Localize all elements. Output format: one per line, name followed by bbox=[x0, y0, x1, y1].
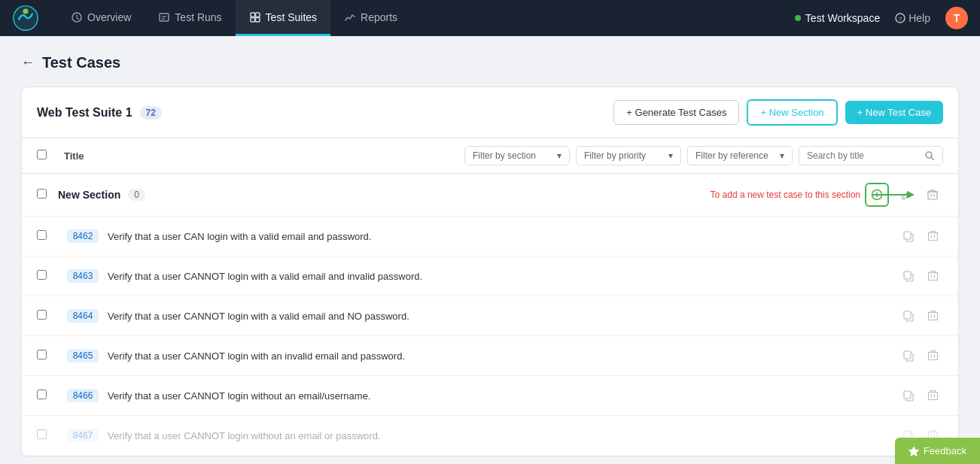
svg-rect-28 bbox=[904, 232, 911, 239]
new-section-button[interactable]: + New Section bbox=[747, 99, 837, 126]
row-actions bbox=[898, 226, 943, 247]
row-checkbox[interactable] bbox=[37, 309, 58, 323]
feedback-button[interactable]: Feedback bbox=[895, 438, 980, 464]
row-check-input[interactable] bbox=[37, 270, 47, 280]
nav-test-suites[interactable]: Test Suites bbox=[236, 0, 330, 36]
nav-items: Overview Test Runs Test Suites Reports bbox=[57, 0, 795, 36]
page-title: Test Cases bbox=[42, 54, 120, 71]
section-checkbox[interactable] bbox=[37, 188, 58, 202]
table-row: 8462 Verify that a user CAN login with a… bbox=[22, 217, 958, 256]
table-row: 8465 Verify that a user CANNOT login wit… bbox=[22, 336, 958, 376]
filter-reference-select[interactable]: Filter by reference ▾ bbox=[687, 146, 793, 165]
svg-text:?: ? bbox=[899, 16, 902, 23]
filter-group: Filter by section ▾ Filter by priority ▾… bbox=[464, 146, 943, 165]
delete-test-case-button[interactable] bbox=[922, 385, 943, 406]
test-id-badge: 8464 bbox=[67, 309, 99, 323]
help-link[interactable]: ? Help bbox=[895, 12, 930, 24]
row-checkbox[interactable] bbox=[37, 269, 58, 283]
main-card: Web Test Suite 1 72 + Generate Test Case… bbox=[21, 86, 959, 456]
suite-title: Web Test Suite 1 72 bbox=[37, 106, 162, 120]
nav-reports[interactable]: Reports bbox=[330, 0, 411, 36]
chevron-down-icon: ▾ bbox=[668, 150, 673, 161]
table-header: Title Filter by section ▾ Filter by prio… bbox=[22, 138, 958, 174]
select-all-input[interactable] bbox=[37, 150, 47, 159]
test-case-title: Verify that a user CANNOT login with a v… bbox=[108, 311, 898, 322]
row-check-input[interactable] bbox=[37, 310, 47, 320]
svg-rect-29 bbox=[928, 233, 937, 241]
test-case-title: Verify that a user CANNOT login without … bbox=[108, 430, 898, 441]
section-check-input[interactable] bbox=[37, 189, 47, 199]
row-actions bbox=[898, 305, 943, 326]
svg-rect-8 bbox=[251, 17, 255, 22]
svg-point-1 bbox=[23, 8, 28, 14]
card-actions: + Generate Test Cases + New Section + Ne… bbox=[613, 99, 943, 126]
test-case-title: Verify that a user CANNOT login with an … bbox=[108, 350, 898, 362]
row-checkbox[interactable] bbox=[37, 429, 58, 442]
copy-test-case-button[interactable] bbox=[898, 305, 919, 326]
row-actions bbox=[898, 345, 943, 366]
table-row: 8464 Verify that a user CANNOT login wit… bbox=[22, 296, 958, 336]
svg-rect-73 bbox=[904, 431, 911, 438]
filter-section-select[interactable]: Filter by section ▾ bbox=[464, 146, 570, 165]
test-cases-list: 8462 Verify that a user CAN login with a… bbox=[22, 217, 958, 456]
section-count: 0 bbox=[128, 189, 145, 201]
row-check-input[interactable] bbox=[37, 230, 47, 240]
app-logo[interactable] bbox=[12, 5, 39, 32]
table-row: 8467 Verify that a user CANNOT login wit… bbox=[22, 416, 958, 456]
test-id-badge: 8465 bbox=[67, 349, 99, 362]
svg-rect-6 bbox=[251, 13, 255, 17]
svg-line-13 bbox=[931, 157, 934, 160]
svg-rect-3 bbox=[160, 14, 169, 21]
delete-test-case-button[interactable] bbox=[922, 305, 943, 326]
svg-rect-64 bbox=[904, 391, 911, 399]
workspace-selector[interactable]: Test Workspace bbox=[795, 12, 880, 24]
section-row: New Section 0 To add a new test case to … bbox=[22, 174, 958, 217]
nav-right: Test Workspace ? Help T bbox=[795, 7, 968, 29]
copy-test-case-button[interactable] bbox=[898, 265, 919, 287]
svg-rect-56 bbox=[928, 353, 937, 360]
search-input[interactable] bbox=[807, 150, 920, 161]
card-header: Web Test Suite 1 72 + Generate Test Case… bbox=[22, 87, 958, 138]
test-case-title: Verify that a user CANNOT login with a v… bbox=[108, 271, 898, 282]
delete-test-case-button[interactable] bbox=[922, 226, 943, 247]
row-checkbox[interactable] bbox=[37, 229, 58, 243]
delete-test-case-button[interactable] bbox=[922, 265, 943, 287]
svg-rect-38 bbox=[928, 273, 937, 281]
svg-rect-9 bbox=[255, 17, 260, 22]
search-box[interactable] bbox=[799, 146, 943, 165]
svg-rect-47 bbox=[928, 313, 937, 320]
row-checkbox[interactable] bbox=[37, 349, 58, 362]
delete-test-case-button[interactable] bbox=[922, 345, 943, 366]
copy-test-case-button[interactable] bbox=[898, 345, 919, 366]
delete-section-button[interactable] bbox=[922, 184, 943, 205]
test-case-title: Verify that a user CANNOT login without … bbox=[108, 390, 898, 402]
row-actions bbox=[898, 265, 943, 287]
avatar[interactable]: T bbox=[945, 7, 968, 29]
green-arrow-annotation bbox=[871, 187, 916, 202]
section-name: New Section bbox=[58, 189, 120, 201]
svg-marker-81 bbox=[908, 447, 918, 456]
test-id-badge: 8463 bbox=[67, 269, 99, 283]
row-check-input[interactable] bbox=[37, 429, 47, 439]
new-test-case-button[interactable]: + New Test Case bbox=[845, 101, 943, 124]
search-icon bbox=[924, 150, 935, 161]
section-hint-text: To add a new test case to this section bbox=[711, 189, 860, 202]
nav-test-runs[interactable]: Test Runs bbox=[145, 0, 235, 36]
test-id-badge: 8466 bbox=[67, 389, 99, 402]
select-all-checkbox[interactable] bbox=[37, 149, 58, 162]
copy-test-case-button[interactable] bbox=[898, 226, 919, 247]
copy-test-case-button[interactable] bbox=[898, 385, 919, 406]
row-actions bbox=[898, 385, 943, 406]
filter-priority-select[interactable]: Filter by priority ▾ bbox=[576, 146, 681, 165]
row-checkbox[interactable] bbox=[37, 389, 58, 402]
nav-overview[interactable]: Overview bbox=[57, 0, 145, 36]
back-button[interactable]: ← bbox=[21, 55, 35, 71]
row-check-input[interactable] bbox=[37, 350, 47, 359]
svg-rect-37 bbox=[904, 271, 911, 279]
table-row: 8466 Verify that a user CANNOT login wit… bbox=[22, 376, 958, 416]
row-check-input[interactable] bbox=[37, 390, 47, 399]
test-id-badge: 8467 bbox=[67, 429, 99, 442]
test-case-title: Verify that a user CAN login with a vali… bbox=[108, 231, 898, 242]
generate-test-cases-button[interactable]: + Generate Test Cases bbox=[613, 100, 739, 125]
svg-rect-55 bbox=[904, 351, 911, 359]
